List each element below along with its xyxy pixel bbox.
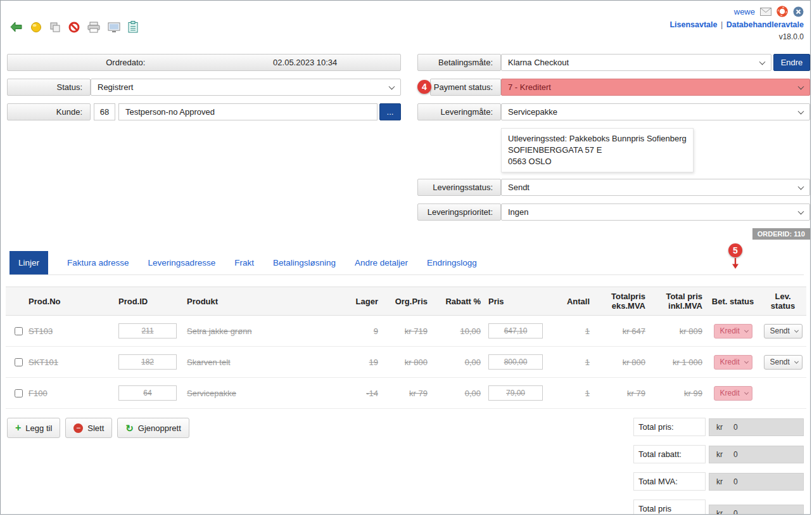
help-icon[interactable] <box>777 6 788 17</box>
header-pris: Pris <box>485 287 545 316</box>
amount-value: 0 <box>733 423 738 432</box>
payment-status-select[interactable]: 7 - Kreditert <box>501 79 810 96</box>
lager-value: -14 <box>366 389 378 398</box>
prodno-value: ST103 <box>29 326 53 336</box>
prodid-input[interactable] <box>118 385 177 401</box>
total-pris-mva-row: Total pris m/MVA: kr 0 <box>633 500 804 515</box>
betalingsmate-select[interactable]: Klarna Checkout <box>501 54 771 71</box>
bet-status-select[interactable]: Kredit <box>714 355 752 370</box>
link-separator: | <box>720 20 724 29</box>
bet-status-select[interactable]: Kredit <box>714 386 752 401</box>
produkt-value: Skarven telt <box>187 358 231 367</box>
row-checkbox[interactable] <box>15 327 23 335</box>
link-databehandleravtale[interactable]: Databehandleravtale <box>726 20 804 29</box>
tab-betalingslosning[interactable]: Betalingsløsning <box>273 251 336 274</box>
kunde-id-input[interactable] <box>94 103 115 120</box>
screen-icon[interactable] <box>108 22 120 33</box>
tab-leveringsadresse[interactable]: Leveringsadresse <box>148 251 216 274</box>
header-totalpris-eks: Totalpris eks.MVA <box>593 287 649 316</box>
header-lev-status: Lev. status <box>759 287 806 316</box>
user-row: wewe <box>734 6 804 17</box>
leveringmate-row: Leveringmåte: Servicepakke <box>417 103 810 120</box>
status-select[interactable]: Registrert <box>91 79 401 96</box>
pickup-address-line1: Utleveringssted: Pakkeboks Bunnpris Sofi… <box>508 133 687 145</box>
totalpris-inkl-value: kr 99 <box>684 389 702 398</box>
gjenopprett-button[interactable]: ↻ Gjenopprett <box>117 418 189 438</box>
total-pris-value: kr 0 <box>709 418 804 436</box>
antall-value: 1 <box>585 358 590 367</box>
rabatt-value: 0,00 <box>465 389 481 398</box>
lev-status-select[interactable]: Sendt <box>764 324 802 339</box>
print-icon[interactable] <box>87 22 100 33</box>
leveringsstatus-select[interactable]: Sendt <box>501 179 810 196</box>
copy-icon[interactable] <box>49 22 61 33</box>
total-mva-label: Total MVA: <box>633 472 706 491</box>
top-bar: wewe Lisensavtale | Databehandleravtale … <box>1 1 810 48</box>
payment-delivery-column: Betalingsmåte: Klarna Checkout Endre 4 P… <box>417 54 810 240</box>
total-pris-mva-label: Total pris m/MVA: <box>633 500 706 515</box>
mail-icon[interactable] <box>760 8 771 16</box>
total-rabatt-label: Total rabatt: <box>633 445 706 463</box>
header-checkbox <box>6 287 25 316</box>
slett-button[interactable]: − Slett <box>65 418 112 438</box>
kunde-name-input[interactable] <box>118 103 377 120</box>
tab-andre-detaljer[interactable]: Andre detaljer <box>355 251 408 274</box>
rabatt-value: 0,00 <box>465 358 481 367</box>
total-pris-mva-value: kr 0 <box>709 505 804 515</box>
leveringsstatus-label: Leveringsstatus: <box>417 179 501 196</box>
produkt-value: Servicepakke <box>187 389 236 398</box>
pris-input[interactable] <box>488 323 543 339</box>
annotation-5-group: 5 <box>728 243 742 269</box>
currency-label: kr <box>716 477 723 486</box>
status-row: Status: Registrert <box>7 79 401 96</box>
pris-input[interactable] <box>488 354 543 370</box>
leveringsprioritet-label: Leveringsprioritet: <box>417 203 501 221</box>
package-icon[interactable] <box>30 22 42 33</box>
back-icon[interactable] <box>10 21 23 33</box>
agreement-links: Lisensavtale | Databehandleravtale <box>669 20 804 29</box>
leveringsprioritet-row: Leveringsprioritet: Ingen <box>417 203 810 221</box>
prodid-input[interactable] <box>118 323 177 339</box>
username[interactable]: wewe <box>734 7 755 16</box>
header-rabatt: Rabatt % <box>431 287 485 316</box>
betalingsmate-label: Betalingsmåte: <box>417 54 501 71</box>
tab-linjer[interactable]: Linjer <box>10 251 48 274</box>
plus-icon: + <box>15 423 21 433</box>
totals-panel: Total pris: kr 0 Total rabatt: kr 0 Tota… <box>633 418 804 515</box>
header-bet-status: Bet. status <box>706 287 759 316</box>
tab-faktura-adresse[interactable]: Faktura adresse <box>67 251 129 274</box>
close-icon[interactable] <box>793 6 804 17</box>
orderid-wrap: ORDERID: 110 <box>417 228 810 240</box>
restore-icon: ↻ <box>125 423 134 433</box>
header-lager: Lager <box>343 287 382 316</box>
order-header-section: Ordredato: 02.05.2023 10:34 Status: Regi… <box>1 48 810 240</box>
header-prodid: Prod.ID <box>115 287 183 316</box>
totalpris-eks-value: kr 647 <box>623 326 645 336</box>
line-actions: + Legg til − Slett ↻ Gjenopprett <box>6 418 189 438</box>
ordredato-bar: Ordredato: 02.05.2023 10:34 <box>7 54 401 71</box>
leveringsprioritet-select[interactable]: Ingen <box>501 203 810 221</box>
block-icon[interactable] <box>68 22 80 33</box>
tab-frakt[interactable]: Frakt <box>234 251 254 274</box>
amount-value: 0 <box>733 450 738 459</box>
leveringmate-select[interactable]: Servicepakke <box>501 103 810 120</box>
kunde-browse-button[interactable]: ... <box>379 103 401 120</box>
row-checkbox[interactable] <box>15 358 23 366</box>
lev-status-select[interactable]: Sendt <box>764 355 802 370</box>
order-info-column: Ordredato: 02.05.2023 10:34 Status: Regi… <box>7 54 401 240</box>
legg-til-button[interactable]: + Legg til <box>7 418 60 438</box>
row-checkbox[interactable] <box>15 389 23 397</box>
bet-status-select[interactable]: Kredit <box>714 324 752 339</box>
clipboard-icon[interactable] <box>128 21 138 33</box>
kunde-label: Kunde: <box>7 103 91 120</box>
pris-input[interactable] <box>488 385 543 401</box>
endre-button[interactable]: Endre <box>773 54 810 71</box>
link-lisensavtale[interactable]: Lisensavtale <box>669 20 717 29</box>
slett-label: Slett <box>87 423 104 433</box>
prodid-input[interactable] <box>118 354 177 370</box>
arrow-down-icon <box>732 258 739 269</box>
orgpris-value: kr 79 <box>409 389 428 398</box>
table-header-row: Prod.No Prod.ID Produkt Lager Org.Pris R… <box>6 287 806 316</box>
tab-endringslogg[interactable]: Endringslogg <box>427 251 477 274</box>
kunde-row: Kunde: ... <box>7 103 401 120</box>
